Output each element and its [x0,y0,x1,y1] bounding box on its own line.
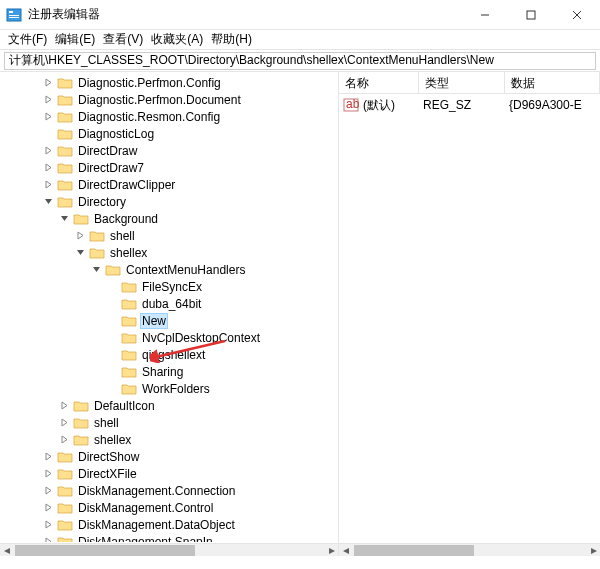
folder-icon [57,450,73,464]
tree-item-label: DirectXFile [76,467,139,481]
chevron-right-icon[interactable] [58,433,71,446]
chevron-down-icon[interactable] [58,212,71,225]
chevron-right-icon[interactable] [42,144,55,157]
menu-edit[interactable]: 编辑(E) [55,31,95,48]
tree-item[interactable]: shellex [0,244,338,261]
folder-icon [57,178,73,192]
chevron-right-icon[interactable] [42,178,55,191]
folder-icon [121,331,137,345]
tree-item[interactable]: Diagnostic.Perfmon.Config [0,74,338,91]
expander-none [42,127,55,140]
list-body[interactable]: ab(默认)REG_SZ{D969A300-E [339,94,600,114]
tree-item[interactable]: DiskManagement.Connection [0,482,338,499]
cell-name: (默认) [363,97,423,114]
chevron-right-icon[interactable] [42,535,55,542]
chevron-down-icon[interactable] [90,263,103,276]
scroll-left-arrow[interactable]: ◂ [339,544,352,557]
menubar: 文件(F) 编辑(E) 查看(V) 收藏夹(A) 帮助(H) [0,30,600,50]
tree-item[interactable]: DiskManagement.Control [0,499,338,516]
chevron-down-icon[interactable] [42,195,55,208]
scroll-thumb[interactable] [15,545,195,556]
folder-icon [89,229,105,243]
tree-item[interactable]: Sharing [0,363,338,380]
tree-item[interactable]: shellex [0,431,338,448]
tree-item[interactable]: DiskManagement.DataObject [0,516,338,533]
tree-item[interactable]: DirectShow [0,448,338,465]
registry-tree[interactable]: Diagnostic.Perfmon.ConfigDiagnostic.Perf… [0,72,338,542]
tree-item-label: New [140,313,168,329]
folder-icon [121,348,137,362]
chevron-right-icon[interactable] [42,501,55,514]
tree-item[interactable]: WorkFolders [0,380,338,397]
scroll-thumb[interactable] [354,545,474,556]
maximize-button[interactable] [508,0,554,30]
folder-icon [105,263,121,277]
tree-item[interactable]: Diagnostic.Perfmon.Document [0,91,338,108]
tree-item-label: DirectDrawClipper [76,178,177,192]
tree-item-label: DirectShow [76,450,141,464]
expander-none [106,331,119,344]
expander-none [106,382,119,395]
tree-item[interactable]: duba_64bit [0,295,338,312]
chevron-right-icon[interactable] [42,484,55,497]
chevron-right-icon[interactable] [42,161,55,174]
col-header-data[interactable]: 数据 [505,72,600,93]
tree-item[interactable]: DirectDraw [0,142,338,159]
chevron-right-icon[interactable] [58,399,71,412]
menu-favorites[interactable]: 收藏夹(A) [151,31,203,48]
col-header-name[interactable]: 名称 [339,72,419,93]
tree-item[interactable]: DefaultIcon [0,397,338,414]
chevron-right-icon[interactable] [42,518,55,531]
tree-item[interactable]: shell [0,414,338,431]
tree-item[interactable]: Directory [0,193,338,210]
list-scrollbar-horizontal[interactable]: ◂ ▸ [339,543,600,556]
tree-scrollbar-horizontal[interactable]: ◂ ▸ [0,543,338,556]
menu-file[interactable]: 文件(F) [8,31,47,48]
tree-item[interactable]: NvCplDesktopContext [0,329,338,346]
tree-item[interactable]: ContextMenuHandlers [0,261,338,278]
folder-icon [57,484,73,498]
window-title: 注册表编辑器 [28,6,462,23]
tree-item[interactable]: Diagnostic.Resmon.Config [0,108,338,125]
close-button[interactable] [554,0,600,30]
chevron-right-icon[interactable] [42,76,55,89]
tree-item[interactable]: shell [0,227,338,244]
scroll-left-arrow[interactable]: ◂ [0,544,13,557]
chevron-right-icon[interactable] [58,416,71,429]
tree-item-label: WorkFolders [140,382,212,396]
tree-item[interactable]: DirectDrawClipper [0,176,338,193]
menu-view[interactable]: 查看(V) [103,31,143,48]
chevron-right-icon[interactable] [42,93,55,106]
tree-item-label: DirectDraw7 [76,161,146,175]
folder-icon [57,127,73,141]
tree-item[interactable]: New [0,312,338,329]
folder-icon [57,144,73,158]
tree-item-label: qingshellext [140,348,207,362]
list-header: 名称 类型 数据 [339,72,600,94]
folder-icon [57,93,73,107]
chevron-right-icon[interactable] [42,110,55,123]
scroll-right-arrow[interactable]: ▸ [587,544,600,557]
tree-item-label: NvCplDesktopContext [140,331,262,345]
tree-item[interactable]: Background [0,210,338,227]
chevron-down-icon[interactable] [74,246,87,259]
menu-help[interactable]: 帮助(H) [211,31,252,48]
tree-item[interactable]: DirectXFile [0,465,338,482]
chevron-right-icon[interactable] [74,229,87,242]
tree-item[interactable]: DiagnosticLog [0,125,338,142]
address-input[interactable] [4,52,596,70]
folder-icon [57,110,73,124]
list-row[interactable]: ab(默认)REG_SZ{D969A300-E [339,96,600,114]
scroll-right-arrow[interactable]: ▸ [325,544,338,557]
tree-item-label: Diagnostic.Resmon.Config [76,110,222,124]
folder-icon [57,518,73,532]
minimize-button[interactable] [462,0,508,30]
chevron-right-icon[interactable] [42,467,55,480]
folder-icon [121,382,137,396]
tree-item[interactable]: DiskManagement.SnapIn [0,533,338,542]
tree-item[interactable]: FileSyncEx [0,278,338,295]
col-header-type[interactable]: 类型 [419,72,505,93]
tree-item[interactable]: qingshellext [0,346,338,363]
chevron-right-icon[interactable] [42,450,55,463]
tree-item[interactable]: DirectDraw7 [0,159,338,176]
